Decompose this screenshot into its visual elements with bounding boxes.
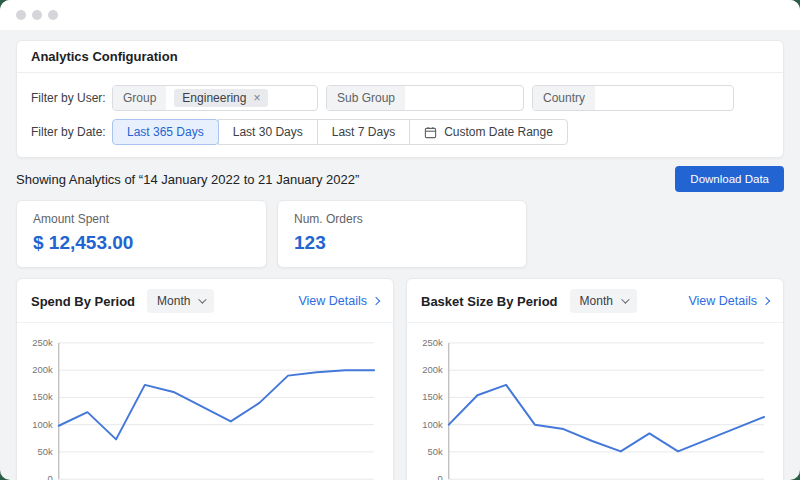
- group-field-label: Group: [113, 86, 166, 110]
- subgroup-filter-field[interactable]: Sub Group: [326, 85, 524, 111]
- stats-row: Amount Spent $ 12,453.00 Num. Orders 123: [16, 200, 784, 268]
- svg-text:0: 0: [438, 473, 443, 480]
- engineering-tag-label: Engineering: [182, 91, 246, 105]
- svg-text:150k: 150k: [32, 391, 53, 402]
- svg-text:150k: 150k: [422, 391, 443, 402]
- window-dot-icon: [48, 10, 58, 20]
- analytics-configuration-card: Analytics Configuration Filter by User: …: [16, 40, 784, 158]
- amount-spent-card: Amount Spent $ 12,453.00: [16, 200, 267, 268]
- engineering-tag[interactable]: Engineering ×: [174, 89, 268, 107]
- amount-spent-value: $ 12,453.00: [33, 232, 250, 254]
- svg-text:250k: 250k: [32, 337, 53, 348]
- spend-line-chart: 050k100k150k200k250kJanFebMarAprMayJunJu…: [17, 323, 393, 480]
- subgroup-field-label: Sub Group: [327, 86, 405, 110]
- svg-text:250k: 250k: [422, 337, 443, 348]
- basket-view-details-link[interactable]: View Details: [688, 294, 769, 308]
- custom-date-range-label: Custom Date Range: [444, 125, 553, 139]
- last-7-days-button[interactable]: Last 7 Days: [317, 119, 410, 145]
- last-365-days-button[interactable]: Last 365 Days: [112, 119, 219, 145]
- chevron-right-icon: [762, 297, 770, 305]
- basket-size-by-period-panel: Basket Size By Period Month View Details…: [406, 278, 784, 480]
- basket-panel-header: Basket Size By Period Month View Details: [407, 279, 783, 323]
- basket-period-dropdown[interactable]: Month: [570, 289, 637, 313]
- filter-by-user-label: Filter by User:: [31, 91, 112, 105]
- country-filter-field[interactable]: Country: [532, 85, 734, 111]
- basket-line-chart: 050k100k150k200k250kJanFebMarAprMayJunJu…: [407, 323, 783, 480]
- spend-panel-title: Spend By Period: [31, 294, 135, 309]
- svg-text:50k: 50k: [428, 446, 443, 457]
- chevron-down-icon: [621, 295, 629, 303]
- filter-by-date-label: Filter by Date:: [31, 125, 112, 139]
- window-dot-icon: [16, 10, 26, 20]
- showing-analytics-text: Showing Analytics of “14 January 2022 to…: [16, 172, 359, 187]
- svg-text:200k: 200k: [32, 364, 53, 375]
- custom-date-range-button[interactable]: Custom Date Range: [409, 119, 568, 145]
- num-orders-label: Num. Orders: [294, 212, 510, 226]
- calendar-icon: [424, 126, 437, 139]
- chevron-down-icon: [199, 295, 207, 303]
- filter-by-date-row: Filter by Date: Last 365 Days Last 30 Da…: [31, 119, 769, 145]
- svg-text:100k: 100k: [32, 419, 53, 430]
- svg-text:50k: 50k: [38, 446, 53, 457]
- amount-spent-label: Amount Spent: [33, 212, 250, 226]
- window-dot-icon: [32, 10, 42, 20]
- spend-view-details-label: View Details: [298, 294, 367, 308]
- basket-period-value: Month: [580, 294, 613, 308]
- filter-by-user-row: Filter by User: Group Engineering × Sub …: [31, 85, 769, 111]
- download-data-button[interactable]: Download Data: [675, 166, 784, 192]
- svg-text:200k: 200k: [422, 364, 443, 375]
- spend-period-value: Month: [157, 294, 190, 308]
- num-orders-value: 123: [294, 232, 510, 254]
- summary-row: Showing Analytics of “14 January 2022 to…: [16, 166, 784, 192]
- basket-panel-title: Basket Size By Period: [421, 294, 558, 309]
- spend-panel-header: Spend By Period Month View Details: [17, 279, 393, 323]
- svg-text:0: 0: [48, 473, 53, 480]
- date-range-segmented-control: Last 365 Days Last 30 Days Last 7 Days C…: [112, 119, 568, 145]
- window-titlebar: [0, 0, 800, 30]
- browser-window: Analytics Configuration Filter by User: …: [0, 0, 800, 480]
- num-orders-card: Num. Orders 123: [277, 200, 527, 268]
- last-30-days-button[interactable]: Last 30 Days: [218, 119, 318, 145]
- config-card-title: Analytics Configuration: [17, 41, 783, 73]
- charts-row: Spend By Period Month View Details 050k1…: [16, 278, 784, 480]
- spend-by-period-panel: Spend By Period Month View Details 050k1…: [16, 278, 394, 480]
- basket-view-details-label: View Details: [688, 294, 757, 308]
- chevron-right-icon: [372, 297, 380, 305]
- spend-period-dropdown[interactable]: Month: [147, 289, 214, 313]
- svg-text:100k: 100k: [422, 419, 443, 430]
- group-filter-field[interactable]: Group Engineering ×: [112, 85, 318, 111]
- close-icon[interactable]: ×: [253, 91, 260, 105]
- country-field-label: Country: [533, 86, 595, 110]
- spend-view-details-link[interactable]: View Details: [298, 294, 379, 308]
